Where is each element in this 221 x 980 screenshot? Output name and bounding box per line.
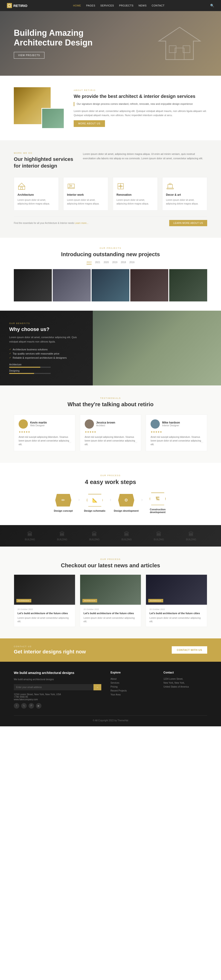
footer-link-area[interactable]: Your Area: [110, 693, 154, 697]
testimonials-grid: Kevin martin Web Designer ★★★★★ Amet nis…: [14, 415, 207, 451]
service-name-2: Renovation: [117, 193, 154, 196]
news-grid: Architecture 20 October 2022 Let's build…: [14, 574, 207, 627]
footer-bottom: © All Copyright 2022 by ThemeHat: [14, 716, 207, 722]
why-item-2: Reliable & experienced architecture & de…: [9, 356, 84, 360]
projects-section: OUR PROJECTS Introducing outstanding new…: [0, 238, 221, 311]
partner-2: 🏛 BUILDNG: [89, 531, 99, 541]
footer-link-services[interactable]: Services: [110, 681, 154, 685]
project-tab-2018[interactable]: 2018: [121, 261, 126, 264]
why-description: Lorem ipsum dolor sit amet, consectetur …: [9, 335, 84, 344]
footer-link-about[interactable]: About: [110, 677, 154, 681]
search-icon[interactable]: 🔍: [210, 4, 214, 7]
about-more-button[interactable]: MORE ABOUT US: [74, 120, 105, 127]
nav-contact[interactable]: CONTACT: [152, 4, 164, 7]
footer-social: f 𝕏 P ▶: [14, 703, 101, 709]
services-learn-more-button[interactable]: LEARN MORE ABOUT US: [169, 220, 207, 226]
nav-pages[interactable]: PAGES: [86, 4, 95, 7]
about-images: [14, 87, 65, 129]
navbar: RETIRIO HOME PAGES SERVICES PROJECTS NEW…: [0, 0, 221, 11]
project-tab-2020[interactable]: 2020: [104, 261, 109, 264]
partner-icon-2: 🏛: [89, 531, 99, 537]
brand-name: RETIRIO: [13, 4, 27, 8]
testimonial-stars-2: ★★★★★: [150, 430, 202, 433]
testimonial-name-0: Kevin martin: [30, 421, 47, 424]
about-highlight: Our signature design process comes stand…: [74, 102, 207, 106]
project-item-2[interactable]: [92, 269, 129, 301]
footer-copyright: © All Copyright 2022 by ThemeHat: [93, 719, 128, 722]
service-desc-1: Lorem ipsum dolor sit amet, adipiscing d…: [67, 198, 104, 206]
cta-label: CONTACT US: [14, 645, 86, 648]
about-title: We provide the best architect & interior…: [74, 93, 207, 99]
social-facebook[interactable]: f: [14, 703, 19, 709]
step-2: ⚙ Design development: [112, 494, 140, 512]
step-label-3: Construction development: [144, 508, 172, 514]
social-twitter[interactable]: 𝕏: [21, 703, 27, 709]
testimonial-stars-1: ★★★★★: [85, 430, 137, 433]
project-tab-2021[interactable]: 2021: [95, 261, 100, 264]
partner-icon-0: 🏛: [25, 531, 35, 537]
service-card-renovation: Renovation Lorem ipsum dolor sit amet, a…: [113, 177, 158, 210]
svg-marker-0: [8, 4, 11, 7]
news-body-0: 20 October 2022 Let's build architecture…: [14, 605, 75, 627]
nav-home[interactable]: HOME: [73, 4, 81, 7]
project-item-3[interactable]: [130, 269, 168, 301]
step-icon-2: ⚙: [118, 494, 134, 507]
projects-label: OUR PROJECTS: [14, 247, 207, 249]
services-title: Our highlighted services for interior de…: [14, 156, 74, 169]
project-item-0[interactable]: [14, 269, 52, 301]
about-text-block: ABOUT RETIRIO We provide the best archit…: [74, 89, 207, 127]
testimonial-avatar-2: [150, 419, 160, 429]
news-card-2[interactable]: Architecture 20 October 2022 Let's build…: [146, 574, 207, 627]
news-body-1: 20 October 2022 Let's build architecture…: [80, 605, 141, 627]
nav-projects[interactable]: PROJECTS: [119, 4, 134, 7]
footer-link-pricing[interactable]: Pricing: [110, 685, 154, 689]
projects-title: Introducing outstanding new projects: [14, 251, 207, 258]
services-footer-link[interactable]: Learn more...: [75, 222, 88, 224]
cta-section: CONTACT US Get interior designs right no…: [0, 638, 221, 662]
social-youtube[interactable]: ▶: [36, 703, 41, 709]
service-name-3: Decor & art: [166, 193, 204, 196]
testimonial-text-2: Amet nisl suscipit adipiscing bibendum. …: [150, 435, 202, 446]
hero-cta-button[interactable]: VIEW PROJECTS: [14, 52, 44, 59]
service-card-architecture: Architecture Lorem ipsum dolor sit amet,…: [14, 177, 59, 210]
partner-5: 🏛 BUILDNG: [186, 531, 196, 541]
testimonial-1: Jessica brown Architect ★★★★★ Amet nisl …: [80, 415, 141, 451]
footer-top: We build amazing architectural designs W…: [14, 671, 207, 709]
step-connector-1: ›: [109, 497, 112, 502]
cta-button[interactable]: CONTACT WITH US: [172, 646, 207, 654]
partner-label-0: BUILDNG: [25, 538, 35, 541]
testimonial-role-0: Web Designer: [30, 424, 47, 427]
testimonial-info-1: Jessica brown Architect: [96, 421, 115, 427]
services-footer-text: Find the essentials for all your Archite…: [14, 222, 88, 224]
project-tab-2016[interactable]: 2016: [129, 261, 134, 264]
step-0: ✏ Design concept: [49, 494, 77, 512]
news-title-2: Let's build architecture of the future c…: [149, 612, 204, 615]
news-card-0[interactable]: Architecture 20 October 2022 Let's build…: [14, 574, 75, 627]
footer-contact-line-1: New York, New York,: [163, 681, 207, 685]
why-bar-fill-0: [9, 367, 40, 368]
step-label-1: Design schematic: [81, 509, 109, 512]
footer-email-input[interactable]: [14, 684, 93, 690]
news-card-1[interactable]: Architecture 20 October 2022 Let's build…: [80, 574, 141, 627]
project-tab-2022[interactable]: 2022: [87, 261, 92, 264]
project-tab-2019[interactable]: 2019: [112, 261, 117, 264]
nav-services[interactable]: SERVICES: [100, 4, 114, 7]
testimonial-quote-0: ": [69, 440, 71, 447]
why-skill-bars: Architecture Designing: [9, 363, 84, 374]
testimonial-0: Kevin martin Web Designer ★★★★★ Amet nis…: [14, 415, 75, 451]
testimonial-stars-0: ★★★★★: [19, 430, 71, 433]
service-desc-2: Lorem ipsum dolor sit amet, adipiscing d…: [117, 198, 154, 206]
brand-logo[interactable]: RETIRIO: [7, 3, 27, 8]
footer-address: 1234 Lorem Street, New York, New York, U…: [14, 693, 101, 696]
project-item-1[interactable]: [53, 269, 91, 301]
nav-news[interactable]: NEWS: [139, 4, 147, 7]
social-pinterest[interactable]: P: [28, 703, 34, 709]
footer-subscribe-button[interactable]: →: [93, 684, 101, 690]
services-footer: Find the essentials for all your Archite…: [14, 216, 207, 226]
service-desc-3: Lorem ipsum dolor sit amet, adipiscing d…: [166, 198, 204, 206]
testimonial-quote-2: ": [201, 440, 204, 447]
services-section: WORK WE DO Our highlighted services for …: [0, 140, 221, 238]
project-item-4[interactable]: [169, 269, 207, 301]
footer-link-projects[interactable]: Recent Projects: [110, 689, 154, 693]
about-section: ABOUT RETIRIO We provide the best archit…: [0, 76, 221, 140]
